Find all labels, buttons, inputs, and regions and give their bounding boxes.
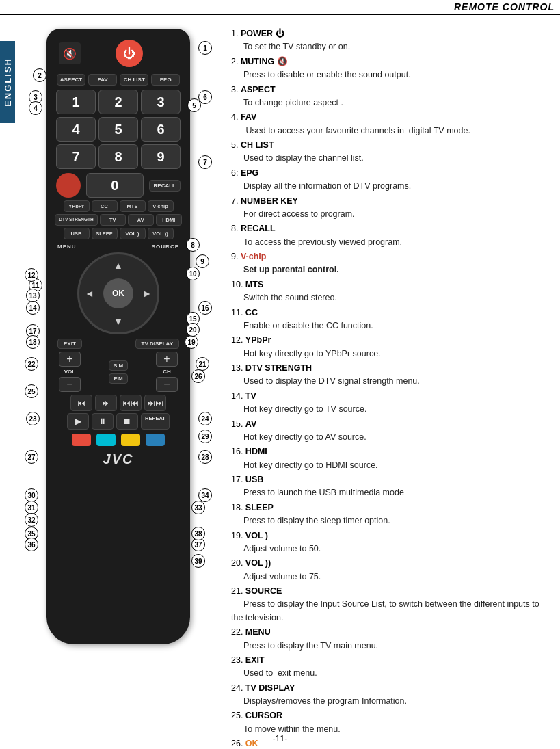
side-label: ENGLISH	[0, 41, 15, 123]
instruction-item-16: 16. HDMI Hot key directly go to HDMI sou…	[231, 445, 550, 472]
mute-button[interactable]: 🔇	[59, 42, 81, 64]
chlist-button[interactable]: CH LIST	[120, 74, 148, 86]
num-3-button[interactable]: 3	[141, 90, 181, 114]
ok-button[interactable]: OK	[103, 278, 133, 308]
callout-4: 4	[29, 101, 42, 115]
vchip-button[interactable]: V-chip	[148, 200, 174, 212]
av-button[interactable]: AV	[128, 214, 154, 226]
pm-button[interactable]: P.M	[109, 373, 127, 384]
page-number: -11-	[273, 734, 287, 744]
mts-button[interactable]: MTS	[120, 200, 146, 212]
num-8-button[interactable]: 8	[98, 144, 138, 169]
instruction-item-22: 22. MENU Press to display the TV main me…	[231, 626, 550, 653]
num-6-button[interactable]: 6	[141, 117, 181, 142]
sm-pm-block: S.M P.M	[109, 360, 128, 384]
top-function-row: ASPECT FAV CH LIST EPG	[53, 74, 183, 86]
callout-8: 8	[186, 238, 200, 252]
instruction-item-3: 3. ASPECT To change picture aspect .	[231, 83, 550, 110]
fast-forward-button[interactable]: ⏭	[95, 395, 117, 411]
callout-33: 33	[191, 501, 205, 514]
callout-21: 21	[196, 357, 209, 371]
yellow-button[interactable]	[121, 434, 140, 446]
stop-button[interactable]: ⏹	[116, 413, 138, 430]
fav-button[interactable]: FAV	[88, 74, 117, 86]
instruction-item-7: 7. NUMBER KEY For direct access to progr…	[231, 195, 550, 222]
callout-22: 22	[25, 357, 38, 371]
ch-minus-button[interactable]: −	[156, 377, 178, 392]
ch-plus-button[interactable]: +	[156, 352, 178, 367]
sleep-button[interactable]: SLEEP	[92, 228, 118, 239]
vol-minus-button[interactable]: −	[59, 377, 81, 392]
exit-display-row: EXIT TV DISPLAY	[57, 339, 179, 349]
exit-button[interactable]: EXIT	[57, 339, 82, 349]
aspect-button[interactable]: ASPECT	[57, 74, 85, 86]
instructions-panel: 1. POWER ⏻ To set the TV standby or on. …	[224, 22, 553, 749]
nav-down-arrow[interactable]: ▼	[114, 316, 123, 327]
page-footer: -11-	[0, 734, 560, 744]
ypbpr-button[interactable]: YPbPr	[64, 200, 90, 212]
callout-14: 14	[26, 301, 40, 315]
callout-19: 19	[185, 335, 198, 349]
page-header: REMOTE CONTROL	[0, 0, 560, 15]
nav-circle[interactable]: ▲ ▼ ◄ ► OK	[77, 252, 159, 334]
num-1-button[interactable]: 1	[56, 90, 96, 114]
instruction-item-2: 2. MUTING 🔇 Press to disable or enable t…	[231, 55, 550, 82]
transport-row-2: ▶ ⏸ ⏹ REPEAT	[56, 413, 181, 430]
num-5-button[interactable]: 5	[98, 117, 138, 142]
callout-24: 24	[198, 412, 212, 425]
hdmi-button[interactable]: HDMI	[156, 214, 182, 226]
repeat-button[interactable]: REPEAT	[141, 413, 170, 430]
epg-button[interactable]: EPG	[151, 74, 180, 86]
tv-display-button[interactable]: TV DISPLAY	[135, 339, 179, 349]
color-buttons-row	[56, 434, 181, 446]
sm-button[interactable]: S.M	[109, 360, 128, 371]
dtv-strength-button[interactable]: DTV STRENGTH	[55, 214, 98, 226]
num-7-button[interactable]: 7	[56, 144, 96, 169]
vol-down-button[interactable]: VOL )	[120, 228, 146, 239]
rewind-button[interactable]: ⏮	[70, 395, 92, 411]
red-button[interactable]	[72, 434, 91, 446]
num-9-button[interactable]: 9	[141, 144, 181, 169]
nav-section: MENU SOURCE ▲ ▼ ◄ ► OK	[57, 244, 179, 334]
instruction-item-20: 20. VOL )) Adjust volume to 75.	[231, 557, 550, 583]
callout-1: 1	[198, 41, 212, 55]
recall-button[interactable]: RECALL	[149, 180, 181, 192]
jvc-logo: JVC	[53, 451, 183, 467]
instruction-item-12: 12. YPbPr Hot key directly go to YPbPr s…	[231, 334, 550, 360]
instruction-item-25: 25. CURSOR To move within the menu.	[231, 709, 550, 736]
num-4-button[interactable]: 4	[56, 117, 96, 142]
callout-6: 6	[198, 90, 212, 104]
instruction-item-14: 14. TV Hot key directly go to TV source.	[231, 390, 550, 417]
usb-button[interactable]: USB	[64, 228, 90, 239]
instruction-item-8: 8. RECALL To access the previously viewe…	[231, 222, 550, 249]
instruction-item-4: 4. FAV Used to access your favourite cha…	[231, 111, 550, 137]
pause-button[interactable]: ⏸	[92, 413, 114, 430]
vol-up-button[interactable]: VOL ))	[148, 228, 174, 239]
instruction-item-17: 17. USB Press to launch the USB multimed…	[231, 473, 550, 500]
num-2-button[interactable]: 2	[98, 90, 138, 114]
number-grid: 1 2 3 4 5 6 7 8 9	[56, 90, 181, 169]
play-button[interactable]: ▶	[67, 413, 89, 430]
blue-button[interactable]	[146, 434, 165, 446]
nav-right-arrow[interactable]: ►	[142, 288, 152, 299]
nav-up-arrow[interactable]: ▲	[114, 260, 123, 271]
instruction-item-24: 24. TV DISPLAY Displays/removes the prog…	[231, 682, 550, 709]
callout-39: 39	[191, 554, 205, 568]
callout-25: 25	[25, 384, 38, 398]
vol-plus-button[interactable]: +	[59, 352, 81, 367]
prev-button[interactable]: ⏮⏮	[120, 395, 142, 411]
callout-7: 7	[198, 155, 212, 169]
transport-row-1: ⏮ ⏭ ⏮⏮ ⏭⏭	[56, 395, 181, 411]
dot-button[interactable]	[56, 173, 81, 198]
power-button[interactable]: ⏻	[116, 40, 143, 67]
nav-left-arrow[interactable]: ◄	[85, 288, 94, 299]
tv-button[interactable]: TV	[100, 214, 126, 226]
next-button[interactable]: ⏭⏭	[144, 395, 166, 411]
num-0-button[interactable]: 0	[86, 173, 144, 198]
page-title: REMOTE CONTROL	[454, 1, 555, 12]
cc-button[interactable]: CC	[92, 200, 118, 212]
callout-32: 32	[25, 513, 38, 527]
zero-row: 0 RECALL	[56, 173, 181, 198]
cyan-button[interactable]	[96, 434, 116, 446]
menu-source-row: MENU SOURCE	[57, 244, 179, 250]
